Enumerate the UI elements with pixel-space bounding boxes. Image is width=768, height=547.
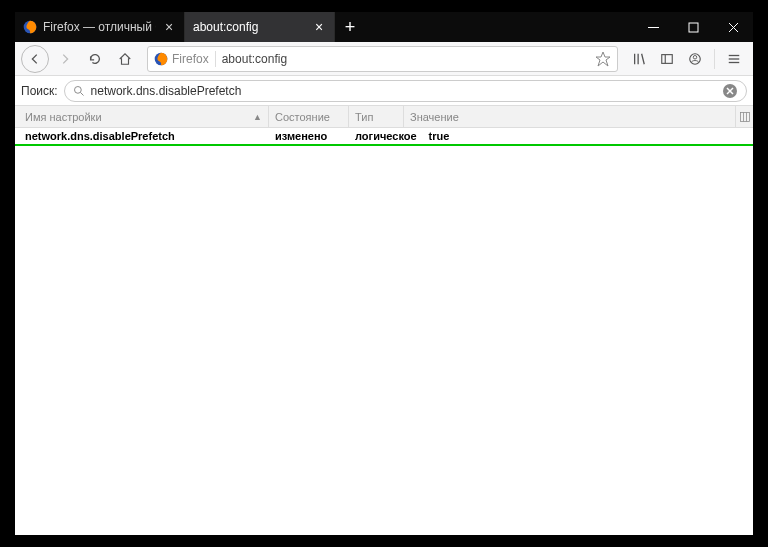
url-separator	[215, 51, 216, 67]
tab-1[interactable]: about:config ×	[185, 12, 335, 42]
column-header-status[interactable]: Состояние	[269, 106, 349, 127]
navigation-bar: Firefox about:config	[15, 42, 753, 76]
identity-label: Firefox	[172, 52, 209, 66]
account-icon	[688, 52, 702, 66]
search-input[interactable]	[91, 84, 716, 98]
home-button[interactable]	[111, 45, 139, 73]
url-text[interactable]: about:config	[222, 52, 589, 66]
config-search-bar: Поиск:	[15, 76, 753, 106]
close-button[interactable]	[713, 12, 753, 42]
svg-rect-9	[662, 54, 673, 63]
menu-button[interactable]	[721, 45, 747, 73]
library-button[interactable]	[626, 45, 652, 73]
config-row[interactable]: network.dns.disablePrefetch изменено лог…	[15, 128, 753, 146]
tab-1-title: about:config	[193, 20, 306, 34]
maximize-button[interactable]	[673, 12, 713, 42]
row-name: network.dns.disablePrefetch	[19, 130, 269, 142]
tab-0-title: Firefox — отличный браузер	[43, 20, 156, 34]
forward-button[interactable]	[51, 45, 79, 73]
tab-1-close-icon[interactable]: ×	[312, 20, 326, 34]
column-header-name[interactable]: Имя настройки ▲	[19, 106, 269, 127]
sidebar-button[interactable]	[654, 45, 680, 73]
svg-rect-21	[740, 112, 749, 121]
new-tab-button[interactable]: +	[335, 12, 365, 42]
search-input-wrapper[interactable]	[64, 80, 747, 102]
columns-icon	[739, 111, 751, 123]
config-table-body: network.dns.disablePrefetch изменено лог…	[15, 128, 753, 535]
config-table-header: Имя настройки ▲ Состояние Тип Значение	[15, 106, 753, 128]
search-icon	[73, 85, 85, 97]
minimize-icon	[648, 22, 659, 33]
column-header-value[interactable]: Значение	[404, 106, 735, 127]
tab-0[interactable]: Firefox — отличный браузер ×	[15, 12, 185, 42]
maximize-icon	[688, 22, 699, 33]
sort-asc-icon: ▲	[253, 112, 262, 122]
account-button[interactable]	[682, 45, 708, 73]
identity-box[interactable]: Firefox	[154, 52, 209, 66]
svg-line-17	[80, 92, 83, 95]
bookmark-star-button[interactable]	[595, 51, 611, 67]
row-type: логическое	[349, 130, 423, 142]
svg-rect-2	[689, 23, 698, 32]
library-icon	[632, 52, 646, 66]
reload-button[interactable]	[81, 45, 109, 73]
svg-line-8	[642, 53, 645, 64]
search-label: Поиск:	[21, 84, 58, 98]
sidebar-icon	[660, 52, 674, 66]
url-bar[interactable]: Firefox about:config	[147, 46, 618, 72]
minimize-button[interactable]	[633, 12, 673, 42]
row-status: изменено	[269, 130, 349, 142]
row-value: true	[423, 130, 753, 142]
clear-icon	[722, 83, 738, 99]
firefox-brand-icon	[154, 52, 168, 66]
back-button[interactable]	[21, 45, 49, 73]
reload-icon	[88, 52, 102, 66]
firefox-icon	[23, 20, 37, 34]
close-icon	[728, 22, 739, 33]
browser-window: Firefox — отличный браузер × about:confi…	[0, 0, 768, 547]
star-icon	[595, 51, 611, 67]
column-picker-button[interactable]	[735, 106, 753, 127]
arrow-left-icon	[28, 52, 42, 66]
hamburger-icon	[727, 52, 741, 66]
tab-0-close-icon[interactable]: ×	[162, 20, 176, 34]
arrow-right-icon	[58, 52, 72, 66]
home-icon	[118, 52, 132, 66]
svg-point-12	[693, 55, 697, 59]
clear-search-button[interactable]	[722, 83, 738, 99]
titlebar: Firefox — отличный браузер × about:confi…	[15, 12, 753, 42]
column-header-type[interactable]: Тип	[349, 106, 404, 127]
window-controls	[633, 12, 753, 42]
svg-point-16	[74, 86, 81, 93]
